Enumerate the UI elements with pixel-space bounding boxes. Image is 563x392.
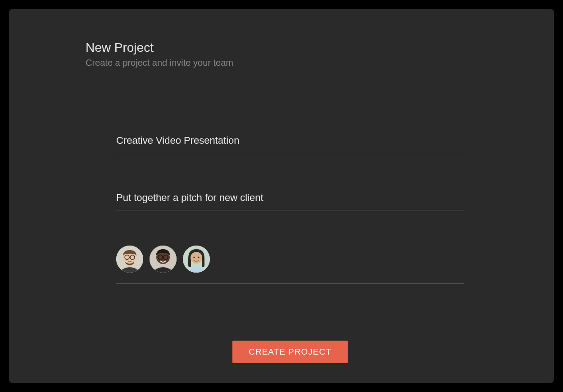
team-member-avatar[interactable] <box>183 246 210 273</box>
project-description-input[interactable] <box>116 188 464 210</box>
new-project-panel: New Project Create a project and invite … <box>9 9 554 383</box>
svg-point-16 <box>198 256 199 258</box>
team-member-avatar[interactable] <box>150 246 177 273</box>
svg-point-14 <box>191 252 202 264</box>
page-title: New Project <box>86 41 477 55</box>
create-project-button[interactable]: CREATE PROJECT <box>232 341 348 363</box>
project-name-input[interactable] <box>116 131 464 153</box>
team-members-row <box>116 246 464 284</box>
team-member-avatar[interactable] <box>116 246 143 273</box>
page-subtitle: Create a project and invite your team <box>86 58 477 68</box>
project-form: CREATE PROJECT <box>116 131 464 363</box>
svg-point-15 <box>193 256 195 258</box>
